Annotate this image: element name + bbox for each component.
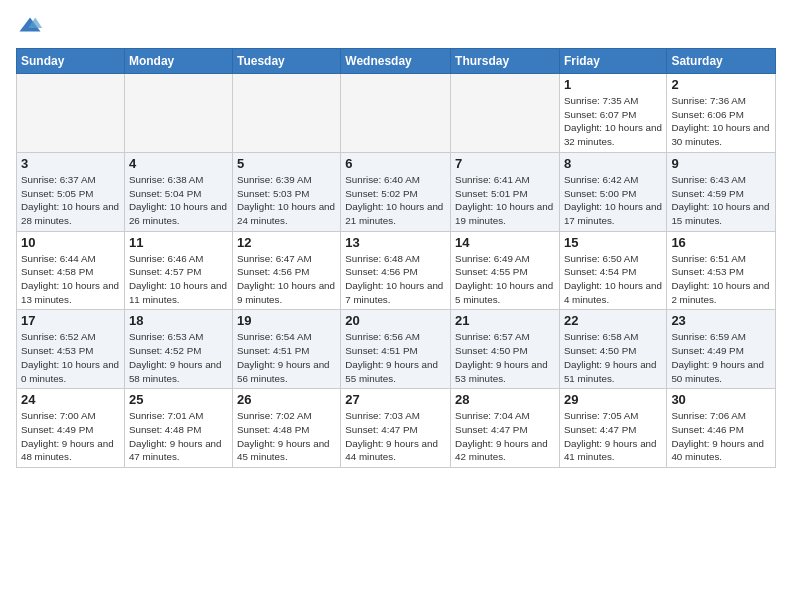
day-info: Sunrise: 6:47 AM Sunset: 4:56 PM Dayligh… [237,252,336,307]
day-number: 23 [671,313,771,328]
calendar-cell: 7Sunrise: 6:41 AM Sunset: 5:01 PM Daylig… [451,152,560,231]
day-number: 16 [671,235,771,250]
day-info: Sunrise: 6:41 AM Sunset: 5:01 PM Dayligh… [455,173,555,228]
calendar-week-row: 3Sunrise: 6:37 AM Sunset: 5:05 PM Daylig… [17,152,776,231]
calendar-cell: 24Sunrise: 7:00 AM Sunset: 4:49 PM Dayli… [17,389,125,468]
day-number: 11 [129,235,228,250]
day-number: 8 [564,156,662,171]
calendar-cell: 15Sunrise: 6:50 AM Sunset: 4:54 PM Dayli… [559,231,666,310]
day-number: 7 [455,156,555,171]
day-number: 29 [564,392,662,407]
day-info: Sunrise: 7:05 AM Sunset: 4:47 PM Dayligh… [564,409,662,464]
day-number: 24 [21,392,120,407]
calendar-cell: 16Sunrise: 6:51 AM Sunset: 4:53 PM Dayli… [667,231,776,310]
calendar-week-row: 24Sunrise: 7:00 AM Sunset: 4:49 PM Dayli… [17,389,776,468]
day-number: 15 [564,235,662,250]
calendar-cell: 28Sunrise: 7:04 AM Sunset: 4:47 PM Dayli… [451,389,560,468]
day-info: Sunrise: 6:37 AM Sunset: 5:05 PM Dayligh… [21,173,120,228]
calendar-cell: 19Sunrise: 6:54 AM Sunset: 4:51 PM Dayli… [232,310,340,389]
calendar-header-thursday: Thursday [451,49,560,74]
day-number: 3 [21,156,120,171]
day-info: Sunrise: 7:02 AM Sunset: 4:48 PM Dayligh… [237,409,336,464]
calendar-cell: 22Sunrise: 6:58 AM Sunset: 4:50 PM Dayli… [559,310,666,389]
day-number: 30 [671,392,771,407]
calendar-cell: 3Sunrise: 6:37 AM Sunset: 5:05 PM Daylig… [17,152,125,231]
day-number: 13 [345,235,446,250]
day-info: Sunrise: 6:39 AM Sunset: 5:03 PM Dayligh… [237,173,336,228]
calendar-cell: 17Sunrise: 6:52 AM Sunset: 4:53 PM Dayli… [17,310,125,389]
day-info: Sunrise: 6:56 AM Sunset: 4:51 PM Dayligh… [345,330,446,385]
calendar-cell: 23Sunrise: 6:59 AM Sunset: 4:49 PM Dayli… [667,310,776,389]
day-info: Sunrise: 6:40 AM Sunset: 5:02 PM Dayligh… [345,173,446,228]
calendar-cell: 13Sunrise: 6:48 AM Sunset: 4:56 PM Dayli… [341,231,451,310]
calendar-cell: 25Sunrise: 7:01 AM Sunset: 4:48 PM Dayli… [124,389,232,468]
calendar-header-wednesday: Wednesday [341,49,451,74]
day-number: 14 [455,235,555,250]
logo-icon [16,14,44,42]
day-number: 19 [237,313,336,328]
day-info: Sunrise: 6:44 AM Sunset: 4:58 PM Dayligh… [21,252,120,307]
day-info: Sunrise: 6:46 AM Sunset: 4:57 PM Dayligh… [129,252,228,307]
calendar-cell: 5Sunrise: 6:39 AM Sunset: 5:03 PM Daylig… [232,152,340,231]
day-number: 2 [671,77,771,92]
day-info: Sunrise: 6:58 AM Sunset: 4:50 PM Dayligh… [564,330,662,385]
day-info: Sunrise: 7:00 AM Sunset: 4:49 PM Dayligh… [21,409,120,464]
calendar-cell: 18Sunrise: 6:53 AM Sunset: 4:52 PM Dayli… [124,310,232,389]
day-info: Sunrise: 6:48 AM Sunset: 4:56 PM Dayligh… [345,252,446,307]
calendar-cell: 14Sunrise: 6:49 AM Sunset: 4:55 PM Dayli… [451,231,560,310]
calendar-cell: 10Sunrise: 6:44 AM Sunset: 4:58 PM Dayli… [17,231,125,310]
day-info: Sunrise: 6:52 AM Sunset: 4:53 PM Dayligh… [21,330,120,385]
day-info: Sunrise: 6:38 AM Sunset: 5:04 PM Dayligh… [129,173,228,228]
day-number: 25 [129,392,228,407]
day-info: Sunrise: 7:35 AM Sunset: 6:07 PM Dayligh… [564,94,662,149]
calendar-cell [124,74,232,153]
day-info: Sunrise: 6:51 AM Sunset: 4:53 PM Dayligh… [671,252,771,307]
day-number: 10 [21,235,120,250]
day-info: Sunrise: 6:50 AM Sunset: 4:54 PM Dayligh… [564,252,662,307]
day-info: Sunrise: 6:42 AM Sunset: 5:00 PM Dayligh… [564,173,662,228]
calendar-cell: 12Sunrise: 6:47 AM Sunset: 4:56 PM Dayli… [232,231,340,310]
day-info: Sunrise: 6:43 AM Sunset: 4:59 PM Dayligh… [671,173,771,228]
day-number: 21 [455,313,555,328]
calendar-week-row: 17Sunrise: 6:52 AM Sunset: 4:53 PM Dayli… [17,310,776,389]
calendar-header-monday: Monday [124,49,232,74]
day-info: Sunrise: 6:54 AM Sunset: 4:51 PM Dayligh… [237,330,336,385]
calendar-table: SundayMondayTuesdayWednesdayThursdayFrid… [16,48,776,468]
day-number: 12 [237,235,336,250]
calendar-cell [451,74,560,153]
day-number: 6 [345,156,446,171]
calendar-cell: 11Sunrise: 6:46 AM Sunset: 4:57 PM Dayli… [124,231,232,310]
calendar-cell: 30Sunrise: 7:06 AM Sunset: 4:46 PM Dayli… [667,389,776,468]
day-number: 5 [237,156,336,171]
day-info: Sunrise: 7:03 AM Sunset: 4:47 PM Dayligh… [345,409,446,464]
calendar-cell: 21Sunrise: 6:57 AM Sunset: 4:50 PM Dayli… [451,310,560,389]
calendar-cell: 6Sunrise: 6:40 AM Sunset: 5:02 PM Daylig… [341,152,451,231]
calendar-cell: 26Sunrise: 7:02 AM Sunset: 4:48 PM Dayli… [232,389,340,468]
calendar-cell: 9Sunrise: 6:43 AM Sunset: 4:59 PM Daylig… [667,152,776,231]
calendar-header-saturday: Saturday [667,49,776,74]
calendar-cell: 1Sunrise: 7:35 AM Sunset: 6:07 PM Daylig… [559,74,666,153]
day-number: 17 [21,313,120,328]
calendar-cell: 2Sunrise: 7:36 AM Sunset: 6:06 PM Daylig… [667,74,776,153]
calendar-header-tuesday: Tuesday [232,49,340,74]
calendar-cell: 27Sunrise: 7:03 AM Sunset: 4:47 PM Dayli… [341,389,451,468]
header [16,10,776,42]
day-number: 18 [129,313,228,328]
calendar-week-row: 10Sunrise: 6:44 AM Sunset: 4:58 PM Dayli… [17,231,776,310]
calendar-header-sunday: Sunday [17,49,125,74]
calendar-header-friday: Friday [559,49,666,74]
day-number: 28 [455,392,555,407]
calendar-cell [232,74,340,153]
calendar-week-row: 1Sunrise: 7:35 AM Sunset: 6:07 PM Daylig… [17,74,776,153]
day-number: 9 [671,156,771,171]
day-info: Sunrise: 7:04 AM Sunset: 4:47 PM Dayligh… [455,409,555,464]
calendar-cell: 4Sunrise: 6:38 AM Sunset: 5:04 PM Daylig… [124,152,232,231]
day-info: Sunrise: 7:36 AM Sunset: 6:06 PM Dayligh… [671,94,771,149]
day-number: 22 [564,313,662,328]
day-number: 4 [129,156,228,171]
day-info: Sunrise: 6:53 AM Sunset: 4:52 PM Dayligh… [129,330,228,385]
logo [16,14,46,42]
calendar-cell: 20Sunrise: 6:56 AM Sunset: 4:51 PM Dayli… [341,310,451,389]
day-number: 26 [237,392,336,407]
day-info: Sunrise: 6:57 AM Sunset: 4:50 PM Dayligh… [455,330,555,385]
